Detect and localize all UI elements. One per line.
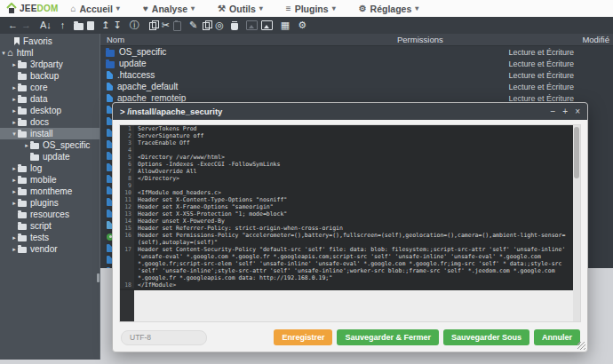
- caret-icon[interactable]: ▸: [11, 84, 18, 91]
- close-button[interactable]: ×: [575, 107, 580, 116]
- tree-item[interactable]: ▸ mobile: [0, 174, 100, 186]
- minimize-button[interactable]: −: [550, 107, 555, 116]
- tree-item[interactable]: ▾ html: [0, 47, 100, 59]
- menu-label: Accueil: [80, 4, 113, 14]
- menu-icon: ≡: [286, 4, 291, 13]
- caret-icon[interactable]: ▸: [11, 96, 18, 103]
- back-icon[interactable]: ←: [8, 17, 18, 34]
- maximize-button[interactable]: +: [562, 107, 568, 116]
- tree-item-label: 3rdparty: [30, 59, 63, 69]
- menu-reglages[interactable]: ⚙ Réglages ▾: [359, 4, 419, 14]
- upload-icon[interactable]: ↥: [101, 17, 109, 34]
- cut-icon[interactable]: ✂: [162, 17, 170, 34]
- duplicate-icon[interactable]: [201, 17, 211, 34]
- tree-item[interactable]: ▾ install: [0, 128, 100, 139]
- line-text: Header set X-Frame-Options "sameorigin": [134, 203, 573, 210]
- file-row[interactable]: update Lecture et Écriture: [100, 58, 613, 69]
- preferences-icon[interactable]: ⚙: [298, 17, 306, 34]
- file-row[interactable]: OS_specific Lecture et Écriture: [100, 46, 613, 58]
- chevron-down-icon: ▾: [259, 4, 263, 12]
- tree-item[interactable]: backup: [0, 70, 100, 82]
- grid-view-icon[interactable]: ▦: [281, 17, 290, 34]
- dialog-titlebar[interactable]: > /install/apache_security −+×: [113, 103, 587, 120]
- tree-item[interactable]: Favoris: [0, 36, 100, 47]
- file-row[interactable]: apache_default Lecture et Écriture: [100, 81, 613, 92]
- jeedom-logo[interactable]: JEEDOM: [5, 3, 58, 14]
- folder-icon: [18, 247, 27, 253]
- copy-icon[interactable]: [147, 17, 158, 34]
- tree-item[interactable]: ▸ OS_specific: [0, 139, 100, 151]
- code-line: 13 Header set X-XSS-Protection "1; mode=…: [120, 210, 573, 218]
- folder-icon: [7, 49, 13, 57]
- caret-icon[interactable]: ▸: [11, 61, 18, 68]
- tree-item[interactable]: script: [0, 220, 100, 232]
- tree-item[interactable]: resources: [0, 209, 100, 220]
- archive-icon[interactable]: [261, 17, 273, 34]
- forward-icon[interactable]: →: [21, 17, 31, 34]
- sort-icon[interactable]: A↓: [40, 17, 52, 34]
- caret-icon[interactable]: ▸: [11, 177, 18, 184]
- tree-item[interactable]: ▸ vendor: [0, 243, 100, 255]
- caret-icon[interactable]: ▸: [11, 107, 18, 115]
- download-icon[interactable]: ↧: [114, 17, 122, 34]
- extract-icon[interactable]: [246, 17, 258, 34]
- scrollbar-thumb[interactable]: [574, 127, 579, 178]
- tree-item[interactable]: ▸ log: [0, 162, 100, 174]
- tree-item-label: script: [30, 221, 52, 231]
- caret-icon[interactable]: ▾: [11, 131, 18, 138]
- column-modified[interactable]: Modifié: [582, 35, 609, 44]
- paste-icon[interactable]: [173, 17, 181, 34]
- window-controls: −+×: [550, 107, 580, 116]
- edit-icon[interactable]: ✎: [189, 17, 197, 34]
- quicklook-icon[interactable]: ◎: [215, 17, 224, 34]
- tree-item[interactable]: ▸ montheme: [0, 186, 100, 197]
- line-number: 7: [120, 168, 134, 175]
- info-icon[interactable]: ⓘ: [130, 17, 139, 34]
- sidebar-resize-handle[interactable]: [97, 273, 100, 282]
- code-editor[interactable]: 1 ServerTokens Prod 2 ServerSignature of…: [119, 124, 581, 322]
- editor-scrollbar[interactable]: [573, 125, 580, 321]
- line-number: 9: [120, 182, 134, 189]
- tree-item[interactable]: ▸ core: [0, 82, 100, 93]
- caret-icon[interactable]: ▸: [11, 188, 18, 195]
- caret-icon[interactable]: ▸: [11, 234, 18, 241]
- delete-icon[interactable]: [231, 17, 238, 34]
- caret-icon[interactable]: ▸: [23, 142, 30, 149]
- tree-item[interactable]: ▸ plugins: [0, 197, 100, 209]
- caret-icon[interactable]: ▸: [11, 200, 18, 207]
- tree-item[interactable]: ▸ data: [0, 93, 100, 105]
- tree-item[interactable]: ▸ docs: [0, 116, 100, 128]
- column-permissions[interactable]: Permissions: [397, 35, 443, 44]
- resize-grip-icon[interactable]: [577, 342, 585, 350]
- save-button[interactable]: Enregistrer: [274, 329, 332, 345]
- up-icon[interactable]: ↑: [60, 17, 66, 34]
- tree-item[interactable]: ▸ desktop: [0, 105, 100, 116]
- folder-icon: [18, 235, 27, 241]
- code-line: 10 <IfModule mod_headers.c>: [120, 189, 573, 196]
- main-menu: ⌂ Accueil ▾ ♥ Analyse ▾ ⚒ Outils ▾ ≡ Plu…: [70, 4, 442, 14]
- caret-icon[interactable]: ▸: [11, 246, 18, 253]
- new-file-icon[interactable]: [87, 17, 94, 34]
- cancel-button[interactable]: Annuler: [534, 329, 580, 345]
- menu-plugins[interactable]: ≡ Plugins ▾: [286, 4, 336, 14]
- caret-icon[interactable]: ▾: [0, 50, 7, 57]
- column-name[interactable]: Nom: [100, 35, 124, 44]
- tree-item-label: backup: [30, 71, 59, 81]
- file-icon: [107, 94, 113, 102]
- caret-icon[interactable]: ▸: [11, 119, 18, 126]
- tree-item[interactable]: ▸ tests: [0, 232, 100, 243]
- menu-analyse[interactable]: ♥ Analyse ▾: [143, 4, 195, 14]
- code-content[interactable]: 1 ServerTokens Prod 2 ServerSignature of…: [120, 125, 573, 290]
- save-as-button[interactable]: Sauvegarder Sous: [443, 329, 529, 345]
- menu-outils[interactable]: ⚒ Outils ▾: [218, 4, 263, 14]
- menu-label: Plugins: [295, 4, 329, 14]
- new-folder-icon[interactable]: [74, 17, 84, 34]
- menu-accueil[interactable]: ⌂ Accueil ▾: [70, 4, 119, 14]
- file-row[interactable]: .htaccess Lecture et Écriture: [100, 69, 613, 81]
- tree-item[interactable]: ▸ 3rdparty: [0, 59, 100, 70]
- encoding-select[interactable]: UTF-8: [121, 330, 207, 345]
- save-close-button[interactable]: Sauvegarder & Fermer: [337, 329, 439, 345]
- line-number: 1: [120, 125, 134, 132]
- tree-item[interactable]: update: [0, 151, 100, 162]
- caret-icon[interactable]: ▸: [11, 165, 18, 172]
